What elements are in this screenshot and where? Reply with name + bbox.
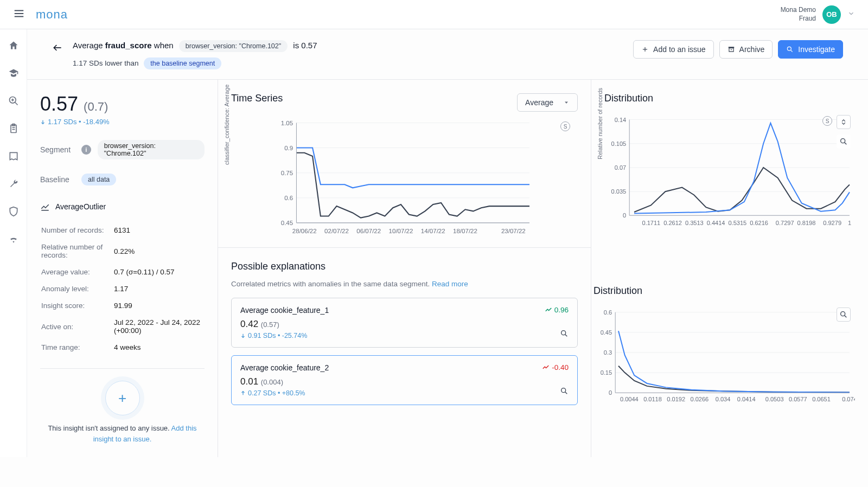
svg-text:0.2612: 0.2612 [663,220,682,226]
wifi-icon[interactable] [8,234,19,246]
timeseries-chart[interactable]: classifier_confidence: Average S 0.450.6… [231,117,578,236]
dist-title: Distribution [604,93,855,104]
shield-icon[interactable] [8,206,19,219]
explanation-card[interactable]: Average cookie_feature_20.01 (0.004)0.27… [231,355,578,405]
magnify-icon[interactable] [560,387,569,397]
svg-text:0.5315: 0.5315 [728,220,746,226]
aggregation-selected: Average [525,98,553,107]
assign-text: This insight isn't assigned to any issue… [40,423,205,444]
svg-text:0.105: 0.105 [611,140,627,147]
series-badge-icon[interactable]: S [560,121,570,131]
baseline-pill[interactable]: all data [81,174,116,185]
svg-text:0.07: 0.07 [615,164,626,171]
svg-text:0.0118: 0.0118 [643,396,662,402]
investigate-label: Investigate [798,45,835,54]
segment-chip[interactable]: browser_version: "Chrome.102" [179,40,288,52]
svg-text:0.3: 0.3 [604,349,612,356]
menu-icon[interactable] [13,8,25,21]
distribution2-chart[interactable]: 00.150.30.450.60.00440.01180.01920.02660… [593,304,855,407]
svg-text:0.0651: 0.0651 [812,396,831,402]
explanation-card[interactable]: Average cookie_feature_10.42 (0.57)0.91 … [231,298,578,348]
svg-text:02/07/22: 02/07/22 [324,228,349,234]
investigate-button[interactable]: Investigate [778,40,843,59]
logo[interactable]: mona [36,8,68,22]
dist-ylabel: Relative number of records [597,88,603,159]
exp-delta: 0.27 SDs • +80.5% [240,389,569,397]
svg-text:0.9279: 0.9279 [823,220,841,226]
exp-value: 0.01 (0.004) [240,376,569,387]
back-arrow-icon[interactable] [52,42,63,56]
svg-point-70 [841,312,845,316]
svg-line-47 [845,143,847,145]
magnify-icon[interactable] [560,329,569,339]
svg-text:0.0577: 0.0577 [789,396,807,402]
svg-text:0.7297: 0.7297 [776,220,794,226]
archive-label: Archive [739,45,765,54]
magnify-icon[interactable] [837,307,851,322]
svg-text:0.4414: 0.4414 [707,220,725,226]
svg-line-17 [791,50,793,52]
baseline-chip[interactable]: the baseline segment [144,57,221,69]
magnify-plus-icon[interactable] [8,95,19,108]
svg-text:18/07/22: 18/07/22 [453,228,477,234]
correlation-badge: 0.96 [545,306,569,314]
svg-text:0.074: 0.074 [842,396,855,402]
clipboard-icon[interactable] [8,123,19,136]
svg-text:0.0266: 0.0266 [691,396,709,402]
avatar[interactable]: OB [822,5,841,24]
read-more-link[interactable]: Read more [432,280,468,288]
user-meta: Mona Demo Fraud [781,6,816,23]
wrench-icon[interactable] [8,178,19,191]
title-line: Average fraud_score when browser_version… [73,40,317,52]
svg-text:0.6: 0.6 [284,195,293,201]
title-mid: when [154,41,174,50]
book-icon[interactable] [8,151,19,163]
user-name: Mona Demo [781,6,816,15]
dist2-title: Distribution [593,285,855,297]
segment-pill[interactable]: browser_version: "Chrome.102" [98,140,205,159]
svg-text:0.0503: 0.0503 [765,396,784,402]
svg-text:0.45: 0.45 [601,329,612,336]
distribution-chart[interactable]: Relative number of records S 00.0350.070… [604,112,855,231]
insight-type-label: AverageOutlier [55,202,106,211]
row-records: Number of records:6131 [41,222,203,238]
exp-value: 0.42 (0.57) [240,319,569,330]
add-to-issue-button[interactable]: Add to an issue [633,40,714,59]
svg-text:23/07/22: 23/07/22 [501,228,526,234]
timeseries-title: Time Series [231,93,283,104]
exp-delta: 0.91 SDs • -25.74% [240,332,569,339]
row-avg: Average value:0.7 (σ=0.11) / 0.57 [41,264,203,280]
archive-button[interactable]: Archive [719,40,773,59]
add-to-issue-circle[interactable]: + [105,381,140,415]
svg-text:0.1711: 0.1711 [642,220,661,226]
graduation-icon[interactable] [8,68,19,80]
svg-text:06/07/22: 06/07/22 [356,228,381,234]
svg-line-45 [565,392,567,394]
svg-text:0.0044: 0.0044 [620,396,639,402]
segment-label: Segment [40,145,75,154]
svg-text:0.45: 0.45 [281,220,293,226]
title-metric: fraud_score [105,41,152,50]
svg-text:0.9: 0.9 [284,145,293,151]
row-score: Insight score:91.99 [41,298,203,313]
title-prefix: Average [73,41,103,50]
svg-point-44 [561,388,566,393]
correlation-badge: -0.40 [542,363,569,371]
magnify-icon[interactable] [837,134,851,149]
svg-line-71 [845,316,847,318]
info-icon[interactable]: i [81,145,91,155]
svg-text:0.6: 0.6 [604,309,612,316]
svg-point-16 [788,47,792,50]
svg-point-41 [561,331,566,335]
aggregation-select[interactable]: Average [517,93,578,112]
svg-text:1: 1 [848,220,851,226]
chevron-down-icon[interactable] [847,10,855,19]
svg-line-42 [565,335,567,337]
svg-text:0.14: 0.14 [615,117,626,123]
series-badge-icon[interactable]: S [822,116,832,126]
exp-title: Average cookie_feature_2 [240,363,569,372]
home-icon[interactable] [8,40,19,53]
collapse-icon[interactable] [837,115,851,129]
svg-marker-20 [565,101,568,104]
row-range: Time range:4 weeks [41,339,203,355]
